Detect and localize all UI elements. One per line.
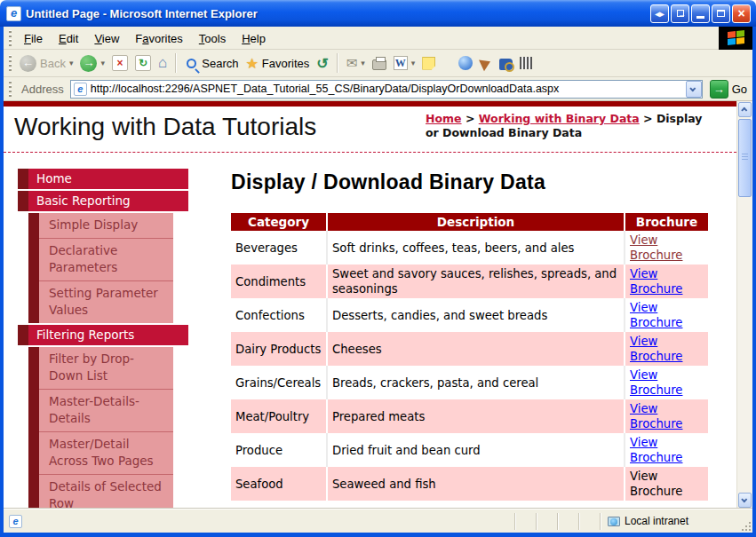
- cell-category: Seafood: [231, 467, 326, 501]
- forward-button[interactable]: → ▾: [76, 53, 108, 74]
- toolbar-grip2[interactable]: [9, 55, 12, 71]
- view-brochure-link[interactable]: View Brochure: [630, 436, 682, 464]
- sidebar-item-home[interactable]: Home: [18, 169, 188, 189]
- sidebar-item-master-details-details[interactable]: Master-Details-Details: [18, 389, 188, 431]
- menu-item-file[interactable]: File: [16, 28, 51, 49]
- mail-dropdown-icon[interactable]: ▾: [361, 59, 365, 67]
- scrollbar-thumb[interactable]: [738, 119, 752, 197]
- breadcrumb-link-working-with-binary-data[interactable]: Working with Binary Data: [479, 112, 640, 125]
- menu-item-tools[interactable]: Tools: [191, 28, 234, 49]
- cell-brochure: View Brochure: [624, 265, 708, 298]
- view-brochure-link[interactable]: View Brochure: [630, 335, 682, 363]
- cell-brochure: View Brochure: [624, 332, 708, 366]
- sidebar-item-filter-by-drop-down-list[interactable]: Filter by Drop-Down List: [18, 347, 188, 389]
- menu-item-help[interactable]: Help: [234, 28, 274, 49]
- home-button[interactable]: ⌂: [155, 54, 171, 72]
- sidebar-item-declarative-parameters[interactable]: Declarative Parameters: [18, 238, 188, 280]
- sidebar-item-simple-display[interactable]: Simple Display: [18, 213, 188, 238]
- sidebar-item-basic-reporting[interactable]: Basic Reporting: [18, 191, 188, 211]
- view-brochure-link[interactable]: View Brochure: [630, 233, 682, 262]
- refresh-button[interactable]: ↻: [131, 53, 155, 73]
- back-button[interactable]: ← Back ▾: [16, 53, 76, 74]
- sidebar-accent: [28, 431, 39, 474]
- stop-button[interactable]: ×: [108, 53, 131, 73]
- vertical-scrollbar[interactable]: [736, 101, 752, 509]
- breadcrumb-link-home[interactable]: Home: [426, 112, 462, 125]
- sidebar-item-label: Declarative Parameters: [39, 238, 173, 280]
- title-bar[interactable]: e Untitled Page - Microsoft Internet Exp…: [0, 0, 756, 27]
- encyclopedia-button[interactable]: [496, 55, 516, 72]
- sidebar-item-setting-parameter-values[interactable]: Setting Parameter Values: [18, 280, 188, 323]
- search-label: Search: [202, 57, 238, 70]
- cell-description: Sweet and savory sauces, relishes, sprea…: [326, 265, 624, 298]
- sidebar-accent: [28, 238, 39, 280]
- go-button[interactable]: →: [710, 80, 728, 99]
- discuss-button[interactable]: [418, 55, 439, 72]
- address-input[interactable]: e http://localhost:2296/ASPNET_Data_Tuto…: [70, 80, 703, 99]
- research-button[interactable]: [476, 57, 496, 70]
- view-brochure-link[interactable]: View Brochure: [630, 368, 682, 397]
- print-icon: [372, 59, 386, 70]
- favorites-label: Favorites: [262, 57, 309, 70]
- status-main-panel: e: [4, 515, 514, 528]
- menu-item-edit[interactable]: Edit: [51, 28, 86, 49]
- word-dropdown-icon[interactable]: ▾: [411, 59, 416, 67]
- sidebar-item-master-detail-across-two-pages[interactable]: Master/Detail Across Two Pages: [18, 431, 188, 474]
- status-page-icon: e: [9, 515, 22, 528]
- view-brochure-link[interactable]: View Brochure: [630, 402, 682, 430]
- scroll-down-button[interactable]: [738, 493, 752, 508]
- chevron-down-icon: [741, 496, 747, 502]
- sidebar-item-label: Filter by Drop-Down List: [39, 347, 173, 389]
- cell-description: Seaweed and fish: [326, 467, 624, 501]
- table-row-beverages: BeveragesSoft drinks, coffees, teas, bee…: [231, 231, 708, 265]
- maximize-button[interactable]: [712, 4, 730, 23]
- addressbar-grip[interactable]: [9, 81, 12, 97]
- cell-category: Condiments: [231, 265, 326, 298]
- go-label[interactable]: Go: [732, 83, 747, 96]
- menu-item-favorites[interactable]: Favorites: [127, 28, 190, 49]
- refresh-icon: ↻: [135, 55, 151, 71]
- toolbar-separator2: [337, 53, 338, 73]
- sidebar-item-details-of-selected-row[interactable]: Details of Selected Row: [18, 474, 188, 509]
- note-icon: [422, 57, 435, 70]
- mail-button[interactable]: ✉ ▾: [343, 53, 369, 73]
- cell-brochure: View Brochure: [624, 231, 708, 265]
- resize-grip[interactable]: [740, 509, 752, 533]
- address-dropdown-button[interactable]: [686, 81, 702, 98]
- scroll-up-button[interactable]: [738, 102, 752, 117]
- cell-category: Meat/Poultry: [231, 399, 326, 433]
- sidebar-accent: [28, 347, 39, 389]
- windows-throbber: [719, 27, 752, 50]
- cell-category: Confections: [231, 298, 326, 332]
- print-button[interactable]: [369, 54, 390, 72]
- cell-category: Produce: [231, 433, 326, 467]
- history-button[interactable]: ↺: [313, 53, 331, 74]
- view-brochure-link[interactable]: View Brochure: [630, 301, 682, 329]
- search-button[interactable]: Search: [181, 55, 242, 72]
- cell-description: Prepared meats: [326, 399, 624, 433]
- msn-button[interactable]: [455, 54, 476, 72]
- window-border-bottom: [0, 533, 756, 537]
- edit-with-word-button[interactable]: W ▾: [390, 54, 419, 72]
- minimize-button[interactable]: [691, 4, 710, 23]
- stop-icon: ×: [112, 55, 128, 71]
- forward-dropdown-icon[interactable]: ▾: [100, 59, 105, 67]
- popout-button[interactable]: →: [671, 4, 689, 23]
- sidebar-item-filtering-reports[interactable]: Filtering Reports: [18, 325, 188, 345]
- view-brochure-link[interactable]: View Brochure: [630, 267, 682, 296]
- intranet-zone-icon: [608, 517, 620, 526]
- table-row-dairy-products: Dairy ProductsCheesesView Brochure: [231, 332, 708, 366]
- table-row-seafood: SeafoodSeaweed and fishView Brochure: [231, 467, 708, 501]
- toolbar-grip[interactable]: [9, 30, 12, 46]
- messenger-button[interactable]: [516, 55, 536, 71]
- sidebar-item-label: Filtering Reports: [28, 325, 188, 345]
- favorites-button[interactable]: ★ Favorites: [242, 53, 313, 74]
- title-arrows-button[interactable]: ◂▸: [650, 4, 669, 23]
- back-dropdown-icon[interactable]: ▾: [69, 59, 74, 67]
- table-row-grains-cereals: Grains/CerealsBreads, crackers, pasta, a…: [231, 366, 708, 399]
- address-url[interactable]: http://localhost:2296/ASPNET_Data_Tutori…: [91, 83, 686, 95]
- cell-brochure: View Brochure: [624, 433, 708, 467]
- favorites-icon: ★: [245, 55, 258, 72]
- menu-item-view[interactable]: View: [86, 28, 127, 49]
- close-button[interactable]: ×: [732, 4, 751, 23]
